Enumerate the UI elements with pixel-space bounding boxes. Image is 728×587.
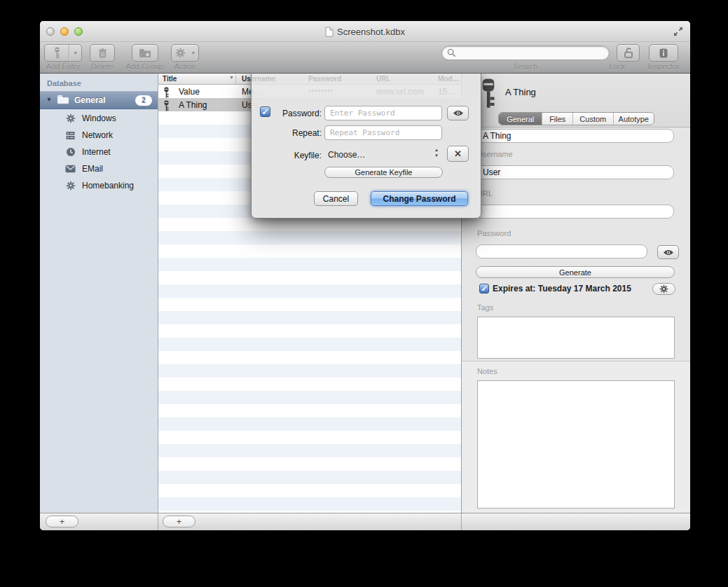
delete-button[interactable] <box>90 44 115 62</box>
footer-divider <box>461 513 462 530</box>
sidebar: Database ▼ General 2 Windows Network Int… <box>40 74 158 513</box>
reveal-password-button[interactable] <box>657 245 679 259</box>
column-header-title[interactable]: Title <box>163 75 177 83</box>
sidebar-item-label: Internet <box>82 147 111 157</box>
chevron-down-icon: ▼ <box>188 45 198 61</box>
search-icon <box>447 48 456 57</box>
unlock-icon <box>623 47 634 59</box>
tags-field[interactable] <box>477 317 675 359</box>
sidebar-item-email[interactable]: EMail <box>40 160 158 177</box>
app-window: Screenshot.kdbx ▼ Add Entry Delete Add G… <box>40 21 690 530</box>
add-group-button[interactable] <box>132 44 158 62</box>
inspector-icon <box>658 48 669 59</box>
inspector-panel: A Thing General Files Custom Autotype Us… <box>461 74 690 513</box>
inspector-label: Inspector <box>642 62 685 71</box>
sidebar-item-label: Homebanking <box>82 181 134 191</box>
key-icon <box>481 78 496 111</box>
entry-title: A Thing <box>179 100 207 110</box>
search-label: Search <box>441 62 610 71</box>
disclosure-triangle-icon[interactable]: ▼ <box>46 97 52 103</box>
add-entry-label: Add Entry <box>39 62 88 71</box>
generate-keyfile-button[interactable]: Generate Keyfile <box>324 167 443 178</box>
tags-label: Tags <box>477 303 493 312</box>
expires-checkbox[interactable]: ✓ <box>479 284 489 294</box>
username-label: Username <box>477 150 513 158</box>
sidebar-item-label: EMail <box>82 164 103 174</box>
username-field[interactable] <box>476 165 674 179</box>
title-field[interactable] <box>476 129 674 143</box>
key-icon <box>45 45 69 61</box>
notes-field[interactable] <box>477 380 675 509</box>
content-area: Database ▼ General 2 Windows Network Int… <box>40 74 690 513</box>
document-icon <box>325 27 334 37</box>
sidebar-item-homebanking[interactable]: Homebanking <box>40 177 158 194</box>
entry-count-badge: 2 <box>135 95 152 106</box>
stepper-icon[interactable]: ▲▼ <box>434 148 439 158</box>
search-input[interactable] <box>459 47 609 59</box>
notes-label: Notes <box>477 367 497 375</box>
cancel-button[interactable]: Cancel <box>314 191 358 206</box>
trash-icon <box>98 48 107 59</box>
title-bar: Screenshot.kdbx <box>40 21 690 42</box>
envelope-icon <box>65 164 76 174</box>
tab-general[interactable]: General <box>499 113 542 125</box>
generate-password-button[interactable]: Generate <box>476 266 675 278</box>
sidebar-group-general[interactable]: ▼ General 2 <box>40 91 158 109</box>
fullscreen-icon[interactable] <box>672 26 685 37</box>
globe-icon <box>65 147 76 158</box>
action-label: Action <box>160 62 210 71</box>
reveal-password-button[interactable] <box>447 106 469 120</box>
inspector-header: A Thing General Files Custom Autotype <box>462 74 690 127</box>
folder-plus-icon <box>139 48 151 58</box>
password-label: Password: <box>271 109 322 118</box>
tab-autotype[interactable]: Autotype <box>613 113 654 125</box>
gear-icon <box>65 181 76 191</box>
sidebar-section-header: Database <box>47 79 81 88</box>
repeat-label: Repeat: <box>271 128 322 138</box>
sidebar-item-windows[interactable]: Windows <box>40 110 158 127</box>
entry-title: Value <box>179 87 200 97</box>
expires-label: Expires at: Tuesday 17 March 2015 <box>493 284 631 294</box>
clear-keyfile-button[interactable]: ✕ <box>447 146 469 162</box>
repeat-password-input[interactable] <box>324 125 442 140</box>
title-group: Screenshot.kdbx <box>40 21 690 42</box>
sidebar-item-internet[interactable]: Internet <box>40 144 158 160</box>
gear-icon <box>659 284 668 294</box>
gear-icon <box>172 45 188 61</box>
gear-icon <box>65 113 76 124</box>
password-field[interactable] <box>476 244 647 258</box>
eye-icon <box>663 249 674 256</box>
keyfile-label: Keyfile: <box>271 151 322 160</box>
folder-icon <box>57 95 69 106</box>
sort-indicator-icon: ▼ <box>229 75 234 80</box>
chevron-down-icon: ▼ <box>69 45 81 61</box>
inspector-button[interactable] <box>649 44 678 62</box>
url-field[interactable] <box>476 205 674 219</box>
password-label: Password <box>477 229 511 237</box>
tab-files[interactable]: Files <box>542 113 572 125</box>
add-entry-button[interactable]: ▼ <box>44 44 82 62</box>
lock-label: Lock <box>596 62 639 71</box>
sidebar-item-label: Network <box>82 130 113 140</box>
notes-section: Notes <box>462 361 690 513</box>
lock-button[interactable] <box>617 44 640 62</box>
add-entry-footer-button[interactable]: + <box>163 516 195 527</box>
add-group-footer-button[interactable]: + <box>46 516 78 527</box>
footer-bar: + + <box>40 513 690 530</box>
window-title: Screenshot.kdbx <box>337 27 405 37</box>
tab-custom[interactable]: Custom <box>572 113 612 125</box>
toolbar: ▼ Add Entry Delete Add Group ▼ Action Se… <box>40 42 690 74</box>
sidebar-group-label: General <box>74 95 106 105</box>
expiry-options-button[interactable] <box>652 283 675 295</box>
sidebar-item-label: Windows <box>82 113 116 123</box>
sidebar-item-network[interactable]: Network <box>40 127 158 144</box>
inspector-tabs: General Files Custom Autotype <box>498 112 654 125</box>
keyfile-popup[interactable]: Choose… <box>328 150 365 160</box>
password-input[interactable] <box>324 106 442 120</box>
change-password-button[interactable]: Change Password <box>371 191 468 206</box>
footer-divider <box>158 513 158 530</box>
eye-icon <box>453 110 464 116</box>
search-field[interactable] <box>441 46 610 60</box>
action-button[interactable]: ▼ <box>171 44 199 62</box>
password-checkbox[interactable]: ✓ <box>260 106 270 117</box>
